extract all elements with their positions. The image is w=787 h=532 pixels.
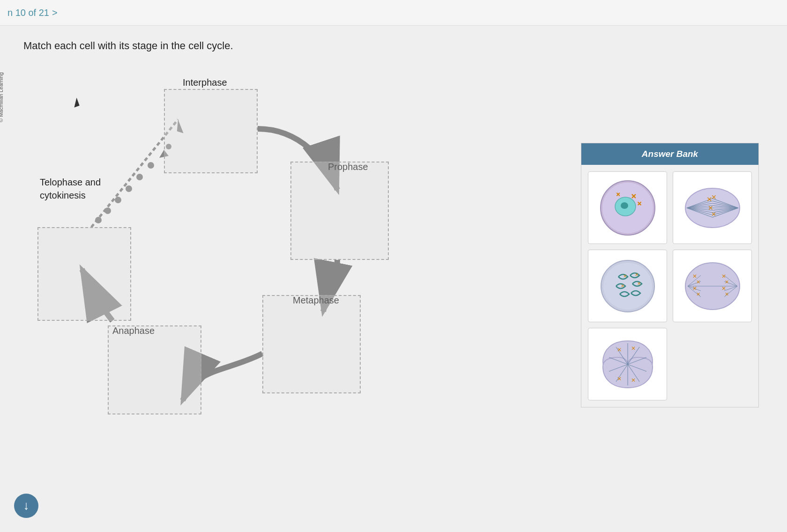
svg-point-8 (115, 197, 121, 203)
svg-text:✕: ✕ (711, 194, 717, 201)
svg-text:✕: ✕ (725, 291, 729, 297)
question-text: Match each cell with its stage in the ce… (23, 40, 233, 52)
svg-text:✕: ✕ (637, 200, 642, 207)
stage-label-interphase: Interphase (183, 77, 227, 88)
drop-box-telophase[interactable] (37, 227, 131, 321)
svg-text:✕: ✕ (621, 283, 624, 288)
svg-text:✕: ✕ (721, 285, 726, 292)
cell-image-3: ✕ ✕ ✕ ✕ (597, 256, 658, 317)
svg-text:✕: ✕ (696, 291, 700, 297)
drop-box-anaphase[interactable] (108, 325, 201, 414)
svg-point-6 (95, 217, 102, 223)
svg-text:✕: ✕ (721, 273, 726, 280)
svg-text:✕: ✕ (617, 347, 622, 353)
drop-box-interphase[interactable] (164, 89, 258, 173)
cell-card-5[interactable]: ✕ ✕ ✕ ✕ (588, 328, 667, 400)
svg-text:✕: ✕ (711, 211, 716, 218)
svg-text:✕: ✕ (637, 281, 641, 286)
cell-image-4: ✕ ✕ ✕ ✕ ✕ ✕ ✕ ✕ (682, 256, 743, 317)
svg-point-7 (104, 207, 111, 214)
top-bar: n 10 of 21 > (0, 0, 787, 26)
copyright-label: © Macmillan Learning (0, 72, 4, 122)
svg-text:✕: ✕ (635, 272, 639, 277)
answer-bank-grid: ✕ ✕ ✕ (581, 165, 758, 407)
svg-text:✕: ✕ (725, 279, 729, 285)
drop-box-prophase[interactable] (290, 162, 389, 260)
cell-image-5: ✕ ✕ ✕ ✕ (597, 334, 658, 395)
svg-text:✕: ✕ (631, 345, 636, 352)
svg-point-9 (126, 185, 132, 192)
drop-box-metaphase[interactable] (262, 295, 361, 393)
cell-card-1[interactable]: ✕ ✕ ✕ (588, 171, 667, 244)
cell-card-4[interactable]: ✕ ✕ ✕ ✕ ✕ ✕ ✕ ✕ (673, 250, 752, 322)
download-icon: ↓ (23, 500, 30, 512)
svg-text:✕: ✕ (692, 273, 697, 280)
svg-point-44 (603, 263, 652, 310)
download-button[interactable]: ↓ (14, 494, 38, 518)
main-content: © Macmillan Learning Match each cell wit… (0, 26, 787, 532)
svg-text:✕: ✕ (631, 377, 636, 384)
cursor-icon (71, 97, 79, 107)
svg-text:✕: ✕ (617, 376, 622, 382)
answer-bank-header: Answer Bank (581, 143, 758, 165)
svg-text:✕: ✕ (616, 192, 620, 197)
cell-image-1: ✕ ✕ ✕ (597, 177, 658, 238)
cell-card-3[interactable]: ✕ ✕ ✕ ✕ (588, 250, 667, 322)
answer-bank: Answer Bank ✕ ✕ ✕ (581, 143, 759, 407)
svg-point-10 (136, 174, 143, 180)
cell-image-2: ✕ ✕ ✕ ✕ (682, 177, 743, 238)
cell-card-2[interactable]: ✕ ✕ ✕ ✕ (673, 171, 752, 244)
question-counter: n 10 of 21 (7, 7, 49, 18)
svg-text:✕: ✕ (696, 279, 700, 285)
svg-text:✕: ✕ (692, 285, 697, 292)
stage-label-telophase: Telophase andcytokinesis (40, 176, 101, 202)
chevron-right-icon[interactable]: > (52, 7, 58, 18)
svg-text:✕: ✕ (631, 193, 637, 200)
svg-point-17 (621, 202, 628, 209)
svg-point-11 (148, 162, 154, 169)
svg-text:✕: ✕ (623, 273, 627, 279)
